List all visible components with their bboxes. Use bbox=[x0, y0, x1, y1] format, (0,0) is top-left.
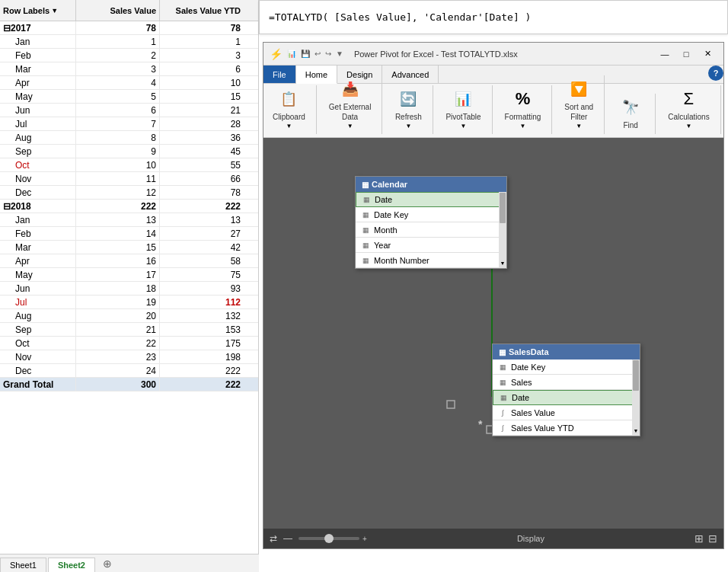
calculations-dropdown[interactable]: ▼ bbox=[685, 123, 691, 129]
clipboard-dropdown[interactable]: ▼ bbox=[286, 123, 292, 129]
pp-titlebar: ⚡ 📊 💾 ↩ ↪ ▼ Power Pivot for Excel - Test… bbox=[263, 43, 723, 66]
cell-label: Oct bbox=[0, 158, 76, 171]
calendar-field-year[interactable]: ▦ Year bbox=[356, 238, 506, 253]
status-icon-minus[interactable]: — bbox=[283, 533, 292, 544]
cell-sales: 5 bbox=[76, 90, 160, 103]
pp-tab-file[interactable]: File bbox=[263, 66, 296, 83]
spreadsheet-header: Row Labels ▼ Sales Value Sales Value YTD bbox=[0, 0, 258, 21]
calendar-field-monthnumber[interactable]: ▦ Month Number bbox=[356, 253, 506, 268]
scroll-down-icon[interactable]: ▼ bbox=[499, 257, 506, 268]
data-rows-container: ⊟20177878Jan11Feb23Mar36Apr410May515Jun6… bbox=[0, 21, 258, 391]
salesdata-field-date[interactable]: ▦ Date bbox=[493, 390, 640, 405]
refresh-icon: 🔄 bbox=[396, 87, 420, 111]
cell-label: Apr bbox=[0, 254, 76, 267]
table-row: Mar36 bbox=[0, 62, 258, 76]
salesdata-field-salesvalue[interactable]: ∫ Sales Value bbox=[493, 405, 640, 420]
status-icon-left[interactable]: ⇄ bbox=[270, 533, 277, 544]
sd-scroll-down-icon[interactable]: ▼ bbox=[632, 425, 640, 436]
calendar-table-header: ▦ Calendar bbox=[356, 177, 506, 192]
formula-text: =TOTALYTD( [Sales Value], 'Calendar'[Dat… bbox=[269, 11, 531, 23]
cell-sales: 1 bbox=[76, 35, 160, 48]
cell-label: Jul bbox=[0, 296, 76, 308]
salesdata-field-salesvalueytd[interactable]: ∫ Sales Value YTD bbox=[493, 420, 640, 436]
pivottable-button[interactable]: 📊 PivotTable ▼ bbox=[442, 85, 484, 131]
cell-ytd: 21 bbox=[160, 104, 244, 117]
view-icons: ⊞ ⊟ bbox=[694, 532, 717, 545]
filter-icon[interactable]: ▼ bbox=[51, 7, 58, 14]
help-button[interactable]: ? bbox=[708, 66, 723, 81]
calendar-monthnumber-label: Month Number bbox=[374, 256, 429, 265]
salesdata-table-name: SalesData bbox=[509, 347, 549, 356]
sheet-tab-sheet2[interactable]: Sheet2 bbox=[48, 558, 95, 572]
cell-ytd: 42 bbox=[160, 241, 244, 254]
calendar-datekey-label: Date Key bbox=[374, 210, 408, 219]
svg-rect-3 bbox=[447, 401, 455, 408]
calendar-field-date[interactable]: ▦ Date bbox=[356, 192, 506, 207]
salesdata-table: ▦ SalesData ▦ Date Key ▦ Sales ▦ Date ∫ bbox=[492, 344, 640, 436]
cell-sales: 16 bbox=[76, 254, 160, 267]
sort-filter-button[interactable]: 🔽 Sort and Filter ▼ bbox=[561, 75, 596, 131]
salesdata-sales-label: Sales bbox=[511, 378, 532, 387]
pp-diagram[interactable]: 1 1 * * ▦ Calendar ▦ Date ▦ Date Key ▦ bbox=[263, 138, 723, 529]
table-row: Sep945 bbox=[0, 145, 258, 158]
grid-view-icon[interactable]: ⊞ bbox=[694, 532, 704, 545]
refresh-dropdown[interactable]: ▼ bbox=[405, 123, 411, 129]
table-row: Feb1427 bbox=[0, 227, 258, 241]
pp-tab-advanced[interactable]: Advanced bbox=[382, 66, 439, 83]
cell-sales: 21 bbox=[76, 323, 160, 336]
table-row: Aug20132 bbox=[0, 309, 258, 323]
cell-sales: 12 bbox=[76, 186, 160, 199]
table-row: Jun1893 bbox=[0, 282, 258, 296]
clipboard-button[interactable]: 📋 Clipboard ▼ bbox=[270, 85, 308, 131]
formatting-dropdown[interactable]: ▼ bbox=[519, 123, 525, 129]
ribbon-group-external: 📥 Get External Data ▼ bbox=[326, 75, 383, 134]
external-data-dropdown[interactable]: ▼ bbox=[347, 123, 353, 129]
refresh-button[interactable]: 🔄 Refresh ▼ bbox=[391, 85, 425, 131]
sheet-tab-sheet1[interactable]: Sheet1 bbox=[0, 558, 46, 572]
table-row: Jul728 bbox=[0, 117, 258, 131]
table-row: Jan1313 bbox=[0, 213, 258, 227]
pivottable-dropdown[interactable]: ▼ bbox=[461, 123, 467, 129]
cell-label: Mar bbox=[0, 62, 76, 75]
table-row: Oct22175 bbox=[0, 337, 258, 350]
find-button[interactable]: 🔭 Find bbox=[614, 94, 647, 131]
col-header-sales: Sales Value bbox=[76, 0, 160, 21]
sort-dropdown[interactable]: ▼ bbox=[576, 123, 582, 129]
field-icon-month: ▦ bbox=[360, 226, 371, 234]
calendar-field-datekey[interactable]: ▦ Date Key bbox=[356, 207, 506, 222]
pp-close-button[interactable]: ✕ bbox=[698, 46, 717, 62]
cell-sales: 20 bbox=[76, 309, 160, 322]
calendar-field-month[interactable]: ▦ Month bbox=[356, 222, 506, 238]
cell-label: Grand Total bbox=[0, 378, 76, 391]
salesdata-field-datekey[interactable]: ▦ Date Key bbox=[493, 359, 640, 375]
cell-sales: 23 bbox=[76, 350, 160, 363]
cell-ytd: 28 bbox=[160, 117, 244, 130]
cell-label: ⊟2017 bbox=[0, 21, 76, 34]
pp-maximize-button[interactable]: □ bbox=[676, 46, 696, 62]
formatting-button[interactable]: % Formatting ▼ bbox=[502, 85, 544, 131]
cell-label: Jan bbox=[0, 213, 76, 226]
calendar-scrollbar[interactable]: ▼ bbox=[499, 192, 506, 268]
zoom-plus[interactable]: + bbox=[362, 535, 367, 543]
pp-redo-icon[interactable]: ↪ bbox=[325, 50, 331, 58]
salesdata-date-label: Date bbox=[512, 393, 529, 402]
pp-minimize-button[interactable]: — bbox=[655, 46, 675, 62]
zoom-slider[interactable]: + bbox=[299, 535, 367, 543]
diagram-view-icon[interactable]: ⊟ bbox=[708, 532, 717, 545]
display-label: Display bbox=[517, 534, 544, 543]
cell-ytd: 153 bbox=[160, 323, 244, 336]
sd-field-icon-ytd: ∫ bbox=[497, 424, 508, 432]
pp-undo-icon[interactable]: ↩ bbox=[315, 50, 321, 58]
new-sheet-button[interactable]: ⊕ bbox=[97, 555, 118, 572]
table-row: May1775 bbox=[0, 268, 258, 282]
cell-label: Apr bbox=[0, 76, 76, 89]
pp-dropdown-icon[interactable]: ▼ bbox=[336, 50, 343, 58]
cell-label: Dec bbox=[0, 186, 76, 199]
cell-label: May bbox=[0, 90, 76, 103]
salesdata-scrollbar[interactable]: ▼ bbox=[632, 359, 640, 436]
pp-ribbon: File Home Design Advanced ? 📋 Clipboard … bbox=[263, 66, 723, 138]
salesdata-field-sales[interactable]: ▦ Sales bbox=[493, 375, 640, 390]
calculations-button[interactable]: Σ Calculations ▼ bbox=[665, 85, 712, 131]
get-external-data-button[interactable]: 📥 Get External Data ▼ bbox=[326, 75, 375, 131]
cell-sales: 14 bbox=[76, 227, 160, 240]
